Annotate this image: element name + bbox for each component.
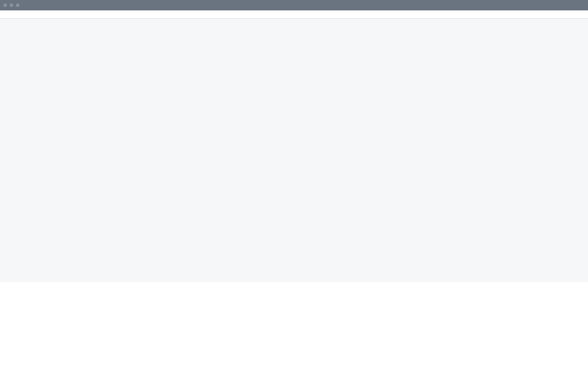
traffic-light-dot: [16, 3, 19, 7]
window-chrome: [0, 0, 588, 10]
project-header: [0, 10, 588, 18]
traffic-light-dot: [10, 3, 13, 7]
traffic-light-dot: [3, 3, 7, 7]
timeline-view: [0, 18, 588, 282]
timeline-canvas[interactable]: [0, 19, 588, 282]
gridlines: [0, 19, 588, 282]
date-header: [0, 18, 588, 19]
